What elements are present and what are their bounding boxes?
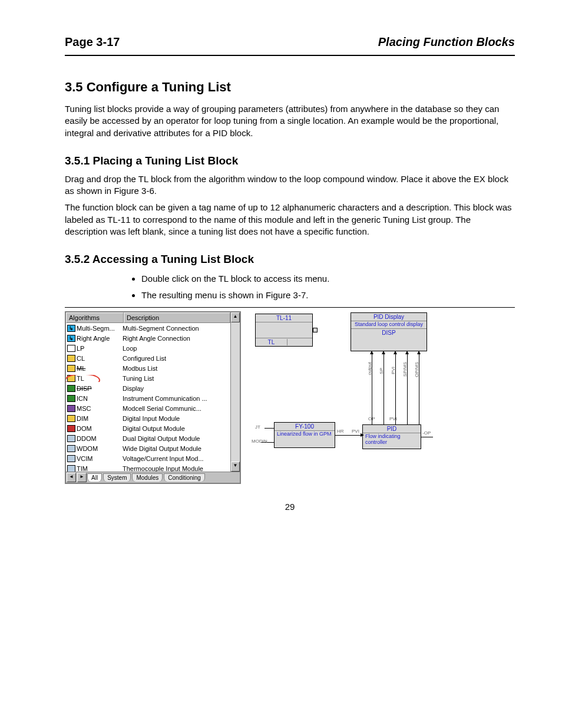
vlabel-spms: SP/MS [402,362,408,377]
block-diagram: TL-11 TL PID Display Standard loop contr… [253,311,433,459]
algorithm-icon: ↳ [67,325,75,332]
bullet-2: The resulting menu is shown in Figure 3-… [141,288,515,302]
algorithm-icon [67,465,75,472]
pid-block[interactable]: PID Flow indicating controller [362,424,421,449]
algorithm-desc: Tuning List [121,375,230,382]
algorithm-code: Right Angle [77,335,110,342]
algorithm-icon [67,445,75,452]
list-row[interactable]: MLModbus List [66,363,230,373]
list-row[interactable]: ICNInstrument Communication ... [66,393,230,403]
vertical-scrollbar[interactable]: ▲ ▼ [230,312,240,472]
algorithm-icon [67,425,75,432]
list-row[interactable]: ↳Right AngleRight Angle Connection [66,333,230,343]
algorithm-code: DIM [77,415,88,422]
arrow-sp [384,354,384,424]
algorithm-code: DISP [77,385,92,392]
algorithm-code: ICN [77,395,88,402]
algorithm-desc: Right Angle Connection [121,335,230,342]
scroll-up-button[interactable]: ▲ [231,312,240,322]
algorithm-code: Multi-Segm... [77,325,115,332]
algorithm-icon [67,345,75,352]
algorithm-icon [67,385,75,392]
scroll-track[interactable] [231,322,240,462]
algorithm-icon [67,435,75,442]
tab-system[interactable]: System [103,473,131,482]
hlabel-jt: JT [255,424,260,430]
algorithm-desc: Multi-Segment Connection [121,325,230,332]
list-row[interactable]: TLTuning List [66,373,230,383]
hlabel-pvi3: PVI [352,429,359,434]
vlabel-sp: SP [379,368,384,374]
algorithm-icon [67,415,75,422]
pid-sub: Flow indicating controller [363,433,421,446]
algorithm-desc: Modcell Serial Communic... [121,405,230,412]
tab-scroll-left[interactable]: ◄ [67,473,76,482]
algorithm-icon [67,405,75,412]
pid-display-title: PID Display [351,313,427,321]
algorithm-code: DDOM [77,435,97,442]
algorithm-desc: Dual Digital Output Module [121,435,230,442]
algorithm-icon [67,395,75,402]
list-row[interactable]: MSCModcell Serial Communic... [66,403,230,413]
fy-sub: Linearized flow in GPM [275,431,335,438]
algorithm-desc: Thermocouple Input Module [121,465,230,472]
tl-port[interactable] [313,328,318,332]
vlabel-pvi: PVI [391,367,396,374]
algorithm-desc: Display [121,385,230,392]
tl-block[interactable]: TL-11 TL [255,314,313,347]
list-header: Algorithms Description [66,312,230,323]
header-rule [65,55,515,56]
algorithm-code: DOM [77,425,92,432]
hlabel-opr: -OP [422,430,431,436]
hlabel-op: OP [368,416,375,421]
list-row[interactable]: DOMDigital Output Module [66,423,230,433]
subsection-title-1: 3.5.1 Placing a Tuning List Block [65,154,515,167]
hline-fy-pid [335,435,362,436]
algorithm-desc: Instrument Communication ... [121,395,230,402]
tab-scroll-right[interactable]: ► [77,473,87,482]
algorithm-icon [67,455,75,462]
tab-conditioning[interactable]: Conditioning [164,473,205,482]
bullet-list: Double click on the TL block to access i… [77,272,515,302]
list-row[interactable]: DIMDigital Input Module [66,413,230,423]
algorithm-icon [67,365,75,372]
list-row[interactable]: TIMThermocouple Input Module [66,463,230,472]
tab-all[interactable]: All [87,473,102,482]
fy-block[interactable]: FY-100 Linearized flow in GPM [274,422,335,448]
algorithm-code: LP [77,345,84,352]
algorithm-code: MSC [77,405,91,412]
section-title: 3.5 Configure a Tuning List [65,80,515,95]
algorithm-desc: Loop [121,345,230,352]
tab-modules[interactable]: Modules [132,473,163,482]
list-row[interactable]: CLConfigured List [66,353,230,363]
page-label: Page 3-17 [65,35,120,49]
tabs-bar: ◄ ► AllSystemModulesConditioning [66,472,240,483]
list-row[interactable]: DISPDisplay [66,383,230,393]
algorithm-code: ML [77,365,85,372]
algorithm-code: WDOM [77,445,98,452]
page-subtitle: Placing Function Blocks [378,35,515,49]
algorithm-code: TL [77,375,84,382]
algorithm-panel: Algorithms Description ↳Multi-Segm...Mul… [65,311,241,484]
hlabel-modin: MODIN [252,439,267,444]
list-row[interactable]: ↳Multi-Segm...Multi-Segment Connection [66,323,230,333]
list-row[interactable]: LPLoop [66,343,230,353]
scroll-down-button[interactable]: ▼ [231,462,240,472]
pid-display-foot: DISP [351,330,427,336]
list-row[interactable]: VCIMVoltage/Current Input Mod... [66,453,230,463]
list-header-algorithms[interactable]: Algorithms [66,312,124,323]
pid-title: PID [363,425,421,433]
hlabel-pvi2: PVI [389,416,397,421]
list-header-description[interactable]: Description [124,312,230,323]
list-row[interactable]: DDOMDual Digital Output Module [66,433,230,443]
pid-display-block[interactable]: PID Display Standard loop control displa… [351,312,427,351]
algorithm-desc: Wide Digital Output Module [121,445,230,452]
pid-display-sub: Standard loop control display [351,321,427,328]
algorithm-desc: Configured List [121,355,230,362]
algorithm-code: CL [77,355,85,362]
thin-rule [65,307,515,308]
arrow-pvi [395,354,396,424]
algorithm-code: TIM [77,465,88,472]
list-row[interactable]: WDOMWide Digital Output Module [66,443,230,453]
algorithm-icon [67,375,75,382]
